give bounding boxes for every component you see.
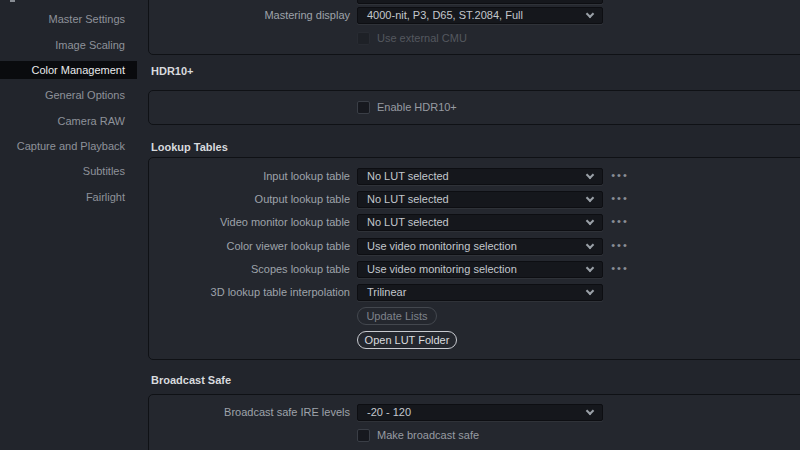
broadcast-ire-dropdown[interactable]: -20 - 120 [357, 404, 603, 421]
scopes-lut-options-menu-button[interactable]: ••• [608, 261, 632, 278]
update-lists-button[interactable]: Update Lists [357, 307, 437, 325]
lookup-tables-section-header: Lookup Tables [151, 141, 228, 153]
use-external-cmu-label: Use external CMU [377, 32, 467, 45]
lookup-tables-panel [148, 157, 800, 360]
sidebar-item-camera-raw[interactable]: Camera RAW [0, 112, 137, 130]
broadcast-ire-value: -20 - 120 [367, 405, 411, 420]
color-viewer-lut-dropdown[interactable]: Use video monitoring selection [357, 238, 603, 255]
chevron-down-icon [586, 10, 594, 18]
chevron-down-icon [586, 287, 594, 295]
lut-interpolation-value: Trilinear [367, 285, 406, 300]
enable-hdr10plus-checkbox[interactable] [357, 101, 370, 114]
chevron-down-icon [586, 407, 594, 415]
sidebar-item-general-options[interactable]: General Options [0, 86, 137, 104]
input-lut-dropdown[interactable]: No LUT selected [357, 168, 603, 185]
output-lut-dropdown[interactable]: No LUT selected [357, 191, 603, 208]
chevron-down-icon [586, 171, 594, 179]
broadcast-ire-label: Broadcast safe IRE levels [0, 404, 350, 421]
make-broadcast-safe-label: Make broadcast safe [377, 429, 479, 442]
input-lut-options-menu-button[interactable]: ••• [608, 168, 632, 185]
sidebar-item-capture-and-playback[interactable]: Capture and Playback [0, 137, 137, 155]
timeline-colorspace-dropdown-partial[interactable] [357, 0, 603, 4]
mastering-display-value: 4000-nit, P3, D65, ST.2084, Full [367, 8, 523, 23]
lut-interpolation-dropdown[interactable]: Trilinear [357, 284, 603, 301]
scopes-lut-dropdown[interactable]: Use video monitoring selection [357, 261, 603, 278]
chevron-down-icon [586, 241, 594, 249]
mastering-display-label: Mastering display [0, 7, 350, 24]
lut-interpolation-label: 3D lookup table interpolation [0, 284, 350, 301]
output-lut-label: Output lookup table [0, 191, 350, 208]
color-viewer-lut-value: Use video monitoring selection [367, 239, 517, 254]
project-settings-page: Master Settings Image Scaling Color Mana… [0, 0, 800, 450]
input-lut-label: Input lookup table [0, 168, 350, 185]
sidebar-item-image-scaling[interactable]: Image Scaling [0, 36, 137, 54]
output-lut-options-menu-button[interactable]: ••• [608, 191, 632, 208]
scopes-lut-value: Use video monitoring selection [367, 262, 517, 277]
make-broadcast-safe-checkbox[interactable] [357, 429, 370, 442]
color-viewer-lut-options-menu-button[interactable]: ••• [608, 238, 632, 255]
chevron-down-icon [586, 217, 594, 225]
chevron-down-icon [586, 194, 594, 202]
hdr10plus-panel [148, 90, 800, 125]
video-monitor-lut-label: Video monitor lookup table [0, 214, 350, 231]
sidebar-item-color-management[interactable]: Color Management [0, 61, 137, 79]
video-monitor-lut-options-menu-button[interactable]: ••• [608, 214, 632, 231]
output-lut-value: No LUT selected [367, 192, 449, 207]
enable-hdr10plus-label: Enable HDR10+ [377, 101, 457, 114]
video-monitor-lut-value: No LUT selected [367, 215, 449, 230]
video-monitor-lut-dropdown[interactable]: No LUT selected [357, 214, 603, 231]
use-external-cmu-checkbox[interactable] [357, 32, 370, 45]
color-viewer-lut-label: Color viewer lookup table [0, 238, 350, 255]
input-lut-value: No LUT selected [367, 169, 449, 184]
mastering-display-dropdown[interactable]: 4000-nit, P3, D65, ST.2084, Full [357, 7, 603, 24]
scroll-tick-artifact [10, 0, 15, 2]
broadcast-safe-section-header: Broadcast Safe [151, 374, 231, 386]
scopes-lut-label: Scopes lookup table [0, 261, 350, 278]
chevron-down-icon [586, 264, 594, 272]
hdr10plus-section-header: HDR10+ [151, 65, 194, 77]
open-lut-folder-button[interactable]: Open LUT Folder [357, 331, 457, 349]
